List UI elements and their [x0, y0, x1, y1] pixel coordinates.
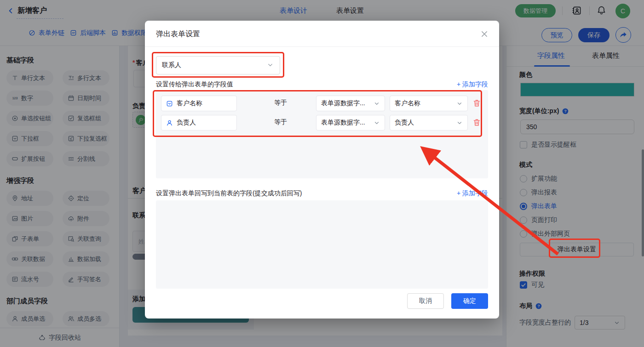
form-designer-app: 新增客户 表单设计 表单设置 数据管理 C 表单外链 后端脚本 数据权限 预览 … — [0, 0, 644, 347]
source-field-select[interactable]: 客户名称 — [390, 96, 468, 111]
field-name: 客户名称 — [177, 99, 202, 108]
add-field-link-2[interactable]: + 添加字段 — [457, 189, 488, 198]
field-mapping-row: 负责人 等于 表单源数据字... 负责人 — [161, 115, 483, 131]
source-type-value: 表单源数据字... — [321, 99, 365, 108]
target-form-value: 联系人 — [162, 61, 181, 69]
source-field-select[interactable]: 负责人 — [390, 115, 468, 131]
popup-form-settings-modal: 弹出表单设置 联系人 设置传给弹出表单的字段值 + 添加字段 客户名称 等于 表… — [145, 21, 499, 319]
chevron-down-icon — [267, 62, 274, 69]
source-type-select[interactable]: 表单源数据字... — [316, 96, 385, 111]
person-field-icon — [166, 119, 173, 126]
delete-row-icon[interactable] — [472, 99, 482, 108]
modal-title: 弹出表单设置 — [156, 29, 200, 39]
chevron-down-icon — [374, 119, 380, 126]
chevron-down-icon — [374, 100, 380, 107]
writeback-section-label: 设置弹出表单回写到当前表的字段(提交成功后回写) — [156, 189, 302, 198]
add-field-link-1[interactable]: + 添加字段 — [457, 80, 488, 89]
chevron-down-icon — [456, 119, 463, 126]
dropdown-field-icon — [166, 100, 173, 107]
delete-row-icon[interactable] — [472, 118, 482, 127]
source-type-value: 表单源数据字... — [321, 119, 365, 127]
source-field-value: 客户名称 — [395, 99, 420, 108]
chevron-down-icon — [456, 100, 463, 107]
confirm-button[interactable]: 确定 — [451, 293, 488, 309]
source-field-value: 负责人 — [395, 119, 414, 127]
writeback-fields-container — [156, 200, 488, 289]
source-type-select[interactable]: 表单源数据字... — [316, 115, 385, 131]
pass-fields-container: 客户名称 等于 表单源数据字... 客户名称 负责人 等于 — [156, 90, 488, 178]
field-name-box[interactable]: 负责人 — [161, 115, 237, 131]
modal-header: 弹出表单设置 — [145, 21, 499, 47]
field-mapping-row: 客户名称 等于 表单源数据字... 客户名称 — [161, 96, 483, 111]
field-name: 负责人 — [177, 119, 196, 127]
operator-label: 等于 — [274, 118, 287, 126]
target-form-select[interactable]: 联系人 — [156, 56, 280, 74]
pass-fields-section-label: 设置传给弹出表单的字段值 — [156, 80, 233, 89]
operator-label: 等于 — [274, 99, 287, 107]
field-name-box[interactable]: 客户名称 — [161, 96, 237, 111]
close-icon[interactable] — [480, 29, 489, 39]
cancel-button[interactable]: 取消 — [407, 293, 444, 309]
